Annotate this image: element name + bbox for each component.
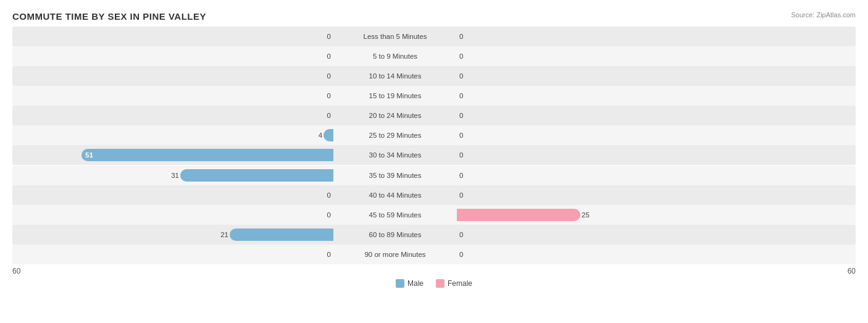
right-section: 0 (457, 225, 778, 245)
right-section: 0 (457, 166, 778, 185)
left-section: 0 (12, 106, 333, 125)
female-zero-value: 0 (459, 172, 463, 179)
left-section: 0 (12, 27, 333, 46)
row-label-section: 10 to 14 Minutes (333, 66, 457, 86)
legend-female-box (436, 279, 444, 288)
left-section: 51 (12, 145, 333, 165)
row-label-section: 20 to 24 Minutes (333, 106, 457, 125)
row-label-section: 5 to 9 Minutes (333, 46, 457, 66)
bar-male-value: 31 (171, 172, 179, 179)
chart-area: 0Less than 5 Minutes005 to 9 Minutes0010… (12, 27, 856, 283)
bar-male-value: 51 (85, 151, 93, 159)
table-row: 045 to 59 Minutes25 (12, 205, 856, 225)
row-label-section: 35 to 39 Minutes (333, 166, 457, 185)
right-section: 0 (457, 185, 778, 205)
female-zero-value: 0 (459, 33, 463, 40)
table-row: 425 to 29 Minutes0 (12, 125, 856, 145)
row-label: 40 to 44 Minutes (369, 191, 421, 199)
table-row: 05 to 9 Minutes0 (12, 46, 856, 66)
table-row: 015 to 19 Minutes0 (12, 86, 856, 106)
right-section: 0 (457, 66, 778, 86)
source-label: Source: ZipAtlas.com (791, 11, 856, 19)
row-label-section: 15 to 19 Minutes (333, 86, 457, 106)
row-label-section: 30 to 34 Minutes (333, 145, 457, 165)
row-label: 60 to 89 Minutes (369, 231, 421, 238)
row-label-section: 90 or more Minutes (333, 245, 457, 264)
female-zero-value: 0 (459, 191, 463, 199)
chart-title: COMMUTE TIME BY SEX IN PINE VALLEY (12, 11, 856, 22)
female-zero-value: 0 (459, 132, 463, 139)
male-zero-value: 0 (327, 191, 331, 199)
row-label-section: 40 to 44 Minutes (333, 185, 457, 205)
row-label: 25 to 29 Minutes (369, 132, 421, 139)
female-zero-value: 0 (459, 251, 463, 258)
row-label: 30 to 34 Minutes (369, 151, 421, 159)
row-label: 20 to 24 Minutes (369, 112, 421, 119)
bar-male-value: 21 (220, 231, 228, 238)
left-section: 31 (12, 166, 333, 185)
right-section: 0 (457, 106, 778, 125)
axis-right: 60 (848, 267, 856, 275)
axis-labels: 60 60 (12, 267, 856, 275)
table-row: 5130 to 34 Minutes0 (12, 145, 856, 165)
left-section: 0 (12, 66, 333, 86)
bar-male-value: 4 (319, 132, 322, 139)
row-label: 45 to 59 Minutes (369, 211, 421, 219)
male-zero-value: 0 (327, 92, 331, 99)
legend-male-label: Male (407, 279, 424, 288)
female-zero-value: 0 (459, 151, 463, 159)
chart-container: COMMUTE TIME BY SEX IN PINE VALLEY Sourc… (0, 0, 868, 323)
left-section: 0 (12, 185, 333, 205)
table-row: 040 to 44 Minutes0 (12, 185, 856, 205)
row-label: 15 to 19 Minutes (369, 92, 421, 99)
female-zero-value: 0 (459, 112, 463, 119)
right-section: 25 (457, 205, 778, 225)
right-section: 0 (457, 145, 778, 165)
female-zero-value: 0 (459, 92, 463, 99)
row-label-section: 60 to 89 Minutes (333, 225, 457, 245)
axis-left: 60 (12, 267, 20, 275)
legend-male: Male (396, 279, 424, 288)
left-section: 0 (12, 46, 333, 66)
table-row: 020 to 24 Minutes0 (12, 106, 856, 125)
legend-female-label: Female (448, 279, 472, 288)
row-label: 10 to 14 Minutes (369, 72, 421, 80)
female-zero-value: 0 (459, 72, 463, 80)
left-section: 0 (12, 205, 333, 225)
right-section: 0 (457, 245, 778, 264)
row-label-section: 25 to 29 Minutes (333, 125, 457, 145)
right-section: 0 (457, 27, 778, 46)
row-label: 35 to 39 Minutes (369, 172, 421, 179)
male-zero-value: 0 (327, 112, 331, 119)
right-section: 0 (457, 46, 778, 66)
right-section: 0 (457, 125, 778, 145)
female-zero-value: 0 (459, 52, 463, 60)
row-label-section: Less than 5 Minutes (333, 27, 457, 46)
left-section: 21 (12, 225, 333, 245)
right-section: 0 (457, 86, 778, 106)
table-row: 3135 to 39 Minutes0 (12, 166, 856, 185)
left-section: 4 (12, 125, 333, 145)
table-row: 090 or more Minutes0 (12, 245, 856, 264)
male-zero-value: 0 (327, 251, 331, 258)
legend-female: Female (436, 279, 472, 288)
male-zero-value: 0 (327, 52, 331, 60)
row-label: 90 or more Minutes (364, 251, 425, 258)
row-label: Less than 5 Minutes (364, 33, 427, 40)
table-row: 0Less than 5 Minutes0 (12, 27, 856, 46)
row-label: 5 to 9 Minutes (373, 52, 417, 60)
legend: Male Female (12, 279, 856, 288)
legend-male-box (396, 279, 404, 288)
row-label-section: 45 to 59 Minutes (333, 205, 457, 225)
left-section: 0 (12, 245, 333, 264)
male-zero-value: 0 (327, 33, 331, 40)
rows-container: 0Less than 5 Minutes005 to 9 Minutes0010… (12, 27, 856, 264)
table-row: 2160 to 89 Minutes0 (12, 225, 856, 245)
male-zero-value: 0 (327, 211, 331, 219)
male-zero-value: 0 (327, 72, 331, 80)
female-zero-value: 0 (459, 231, 463, 238)
bar-female-value: 25 (582, 211, 590, 219)
left-section: 0 (12, 86, 333, 106)
table-row: 010 to 14 Minutes0 (12, 66, 856, 86)
